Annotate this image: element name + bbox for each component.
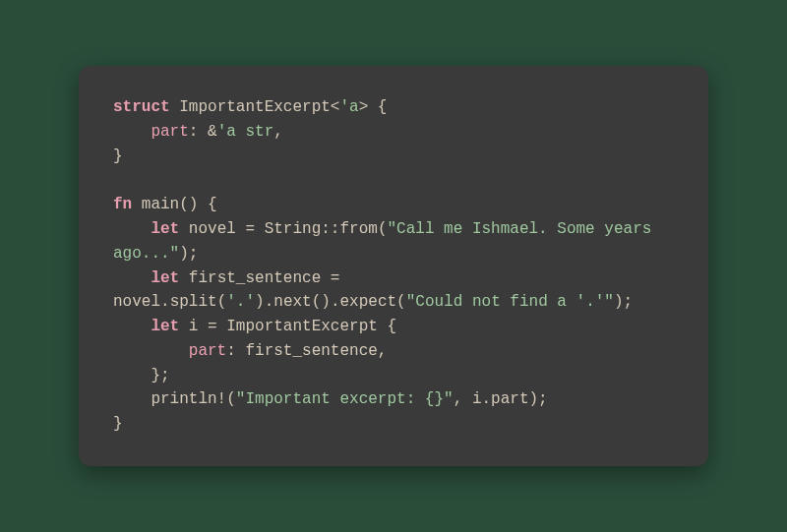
struct-name: ImportantExcerpt <box>179 98 331 116</box>
code-block: struct ImportantExcerpt<'a> { part: &'a … <box>113 95 674 437</box>
paren-open: ( <box>217 293 227 311</box>
indent <box>113 318 151 335</box>
var-novel: novel <box>189 220 236 238</box>
paren-open: ( <box>226 390 236 408</box>
paren-close-semi: ); <box>614 293 633 311</box>
dot: . <box>265 293 274 311</box>
colon: : <box>189 123 208 141</box>
fn-main: main <box>142 196 179 213</box>
dot: . <box>481 390 491 408</box>
var-first-sentence: first_sentence <box>189 269 321 287</box>
comma-space: , <box>454 390 472 408</box>
field-access-part: part <box>491 390 528 408</box>
equals: = <box>321 269 349 287</box>
space <box>132 196 142 213</box>
comma: , <box>378 342 388 360</box>
brace-open: { <box>198 196 216 213</box>
colon: : <box>226 342 245 360</box>
method-expect: expect <box>340 293 397 311</box>
dot: . <box>160 293 170 311</box>
var-i: i <box>189 318 199 335</box>
keyword-let: let <box>151 318 179 335</box>
field-part-init: part <box>189 342 226 360</box>
equals: = <box>198 318 226 335</box>
paren-close-semi: ); <box>179 245 198 263</box>
indent <box>113 342 189 360</box>
space <box>179 220 189 238</box>
indent <box>113 123 151 141</box>
indent <box>113 269 151 287</box>
method-split: split <box>170 293 217 311</box>
indent <box>113 220 151 238</box>
angle-open: < <box>331 98 340 116</box>
equals: = <box>236 220 265 238</box>
type-important-excerpt: ImportantExcerpt <box>226 318 378 335</box>
string-literal-format: "Important excerpt: {}" <box>236 390 454 408</box>
parens: () <box>179 196 198 213</box>
field-part: part <box>151 123 188 141</box>
paren-open: ( <box>396 293 406 311</box>
paren-close-semi: ); <box>529 390 548 408</box>
space <box>236 123 246 141</box>
brace-close: } <box>113 148 123 165</box>
keyword-let: let <box>151 269 179 287</box>
lifetime-a: 'a <box>339 98 358 116</box>
space <box>179 269 189 287</box>
indent <box>113 367 151 384</box>
method-next: next <box>273 293 311 311</box>
char-literal-dot: '.' <box>226 293 255 311</box>
brace-close-main: } <box>113 415 123 433</box>
dot: . <box>331 293 340 311</box>
parens: () <box>312 293 331 311</box>
keyword-let: let <box>151 220 179 238</box>
brace-open: { <box>378 318 396 335</box>
comma: , <box>273 123 283 141</box>
angle-close: > <box>359 98 369 116</box>
val-first-sentence: first_sentence <box>245 342 377 360</box>
indent <box>113 390 151 408</box>
type-string: String <box>265 220 322 238</box>
type-str: str <box>245 123 273 141</box>
macro-println: println! <box>151 390 226 408</box>
path-sep: :: <box>321 220 339 238</box>
space <box>179 318 189 335</box>
keyword-struct: struct <box>113 98 170 116</box>
brace-close-semi: }; <box>151 367 169 384</box>
string-literal-expect: "Could not find a '.'" <box>406 293 614 311</box>
ident-novel: novel <box>113 293 160 311</box>
code-snippet-card: struct ImportantExcerpt<'a> { part: &'a … <box>79 66 708 466</box>
paren-close: ) <box>255 293 265 311</box>
fn-from: from <box>339 220 377 238</box>
keyword-fn: fn <box>113 196 132 213</box>
brace-open: { <box>368 98 387 116</box>
lifetime-a-ref: 'a <box>217 123 236 141</box>
ampersand: & <box>208 123 217 141</box>
